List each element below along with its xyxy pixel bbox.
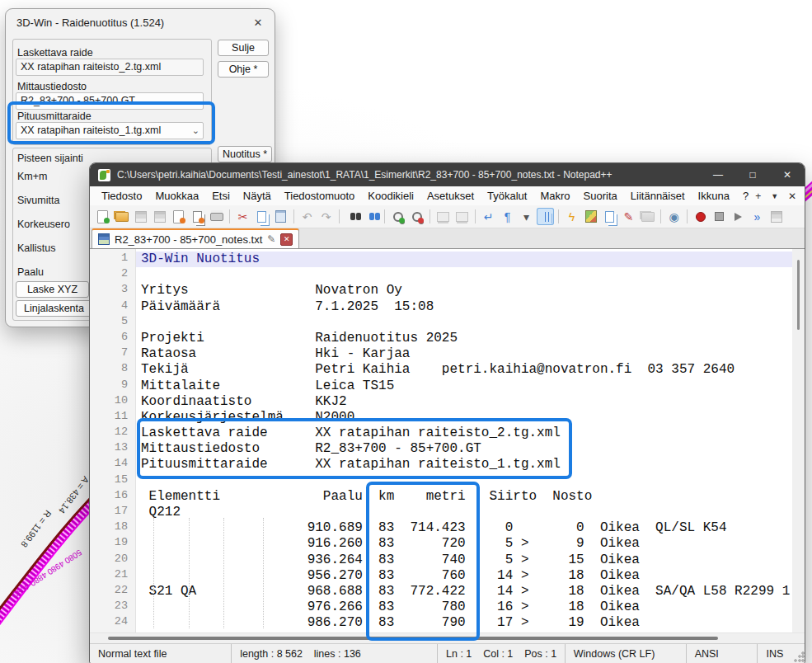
ohje-button[interactable]: Ohje * <box>218 61 269 78</box>
save-copy-icon[interactable] <box>151 208 168 225</box>
close-button[interactable]: ✕ <box>770 163 805 186</box>
save-icon[interactable] <box>132 208 149 225</box>
menu-etsi[interactable]: Etsi <box>205 186 237 205</box>
show-all-chars-icon[interactable]: ¶ <box>499 208 516 225</box>
status-insert-mode[interactable]: INS <box>757 644 793 663</box>
editor-text[interactable]: 3D-Win NuotitusYritys Novatron OyPäivämä… <box>136 249 792 632</box>
macro-run-multiple-icon[interactable]: » <box>749 208 766 225</box>
curve-label-r: R = 1199.8 <box>19 508 54 549</box>
linjalaskenta-button[interactable]: Linjalaskenta <box>16 300 92 317</box>
horizontal-scrollbar-thumb[interactable] <box>108 637 718 640</box>
print-icon[interactable] <box>208 208 225 225</box>
doc-list-icon[interactable] <box>601 208 618 225</box>
close-tab-icon[interactable]: ✕ <box>788 190 796 202</box>
resize-grip[interactable] <box>793 651 805 663</box>
mittaustiedosto-label: Mittaustiedosto <box>17 81 87 92</box>
editor-line-18[interactable]: 910.689 83 714.423 0 0 Oikea QL/SL K54 <box>141 520 792 536</box>
new-file-icon[interactable] <box>94 208 111 225</box>
folder-workspace-icon[interactable] <box>639 208 656 225</box>
maximize-button[interactable]: □ <box>735 163 770 186</box>
editor-line-4[interactable]: Päivämäärä 7.1.2025 15:08 <box>141 299 792 315</box>
editor-area[interactable]: 123456789101112131415161718192021222324 … <box>90 249 805 632</box>
editor-line-10[interactable]: Koordinaatisto KKJ2 <box>141 394 792 410</box>
menu--[interactable]: ? <box>736 186 755 205</box>
close-all-docs-icon[interactable] <box>189 208 206 225</box>
editor-line-21[interactable]: 956.270 83 760 14 > 18 Oikea <box>141 568 792 584</box>
function-edit-icon[interactable]: ✎ <box>620 208 637 225</box>
pin-icon[interactable]: ✎ <box>267 233 275 245</box>
redo-icon[interactable]: ↷ <box>317 208 335 225</box>
mittaustiedosto-combobox[interactable]: R2_83+700 - 85+700.GT ⌄ <box>16 92 204 110</box>
menu-ikkuna[interactable]: Ikkuna <box>692 186 736 205</box>
tab-r2-notes[interactable]: R2_83+700 - 85+700_notes.txt ✎ ✕ <box>92 228 299 248</box>
word-wrap-icon[interactable]: ↵ <box>480 208 497 225</box>
open-icon[interactable] <box>113 208 130 225</box>
sulje-button[interactable]: Sulje <box>218 40 269 56</box>
menu-liit-nn-iset[interactable]: Liitännäiset <box>624 186 692 205</box>
menu-koodikieli[interactable]: Koodikieli <box>361 186 420 205</box>
new-tab-icon[interactable]: + <box>755 190 761 202</box>
macro-stop-icon[interactable] <box>711 208 728 225</box>
tab-close-icon[interactable]: ✕ <box>280 233 293 246</box>
replace-icon[interactable] <box>363 208 380 225</box>
editor-line-19[interactable]: 916.260 83 720 5 > 9 Oikea <box>141 536 792 552</box>
menu-suorita[interactable]: Suorita <box>577 186 624 205</box>
editor-line-24[interactable]: 986.270 83 790 17 > 19 Oikea <box>141 615 792 631</box>
nuotitus-button[interactable]: Nuotitus * <box>218 146 272 162</box>
editor-line-23[interactable]: 976.266 83 780 16 > 18 Oikea <box>141 600 792 615</box>
editor-line-11[interactable]: Korkeusjärjestelmä N2000 <box>141 410 792 426</box>
copy-icon[interactable] <box>253 208 270 225</box>
status-encoding[interactable]: ANSI <box>686 644 758 663</box>
editor-line-7[interactable]: Rataosa Hki - Karjaa <box>141 346 792 362</box>
editor-line-16[interactable]: Elementti Paalu km metri Siirto Nosto <box>141 489 792 505</box>
dialog-close-icon[interactable]: ✕ <box>250 14 266 31</box>
menu-ty-kalut[interactable]: Työkalut <box>481 186 533 205</box>
zoom-in-icon[interactable] <box>389 208 406 225</box>
editor-line-14[interactable]: Pituusmittaraide XX ratapihan raiteisto_… <box>141 457 792 473</box>
macro-play-icon[interactable] <box>730 208 747 225</box>
vertical-scrollbar-thumb[interactable] <box>797 260 800 330</box>
editor-line-20[interactable]: 936.264 83 740 5 > 15 Oikea <box>141 552 792 568</box>
menu-makro[interactable]: Makro <box>533 186 576 205</box>
editor-line-1[interactable]: 3D-Win Nuotitus <box>136 252 792 267</box>
indent-guide-icon[interactable] <box>537 208 554 225</box>
cut-icon[interactable]: ✂ <box>234 208 251 225</box>
status-eol-format[interactable]: Windows (CR LF) <box>565 644 686 663</box>
editor-line-6[interactable]: Projekti Raidenuotitus 2025 <box>141 331 792 346</box>
macro-record-icon[interactable] <box>692 208 709 225</box>
find-icon[interactable] <box>344 208 361 225</box>
function-list-icon[interactable]: ϟ <box>563 208 580 225</box>
macro-save-icon[interactable] <box>767 208 785 225</box>
minimize-button[interactable]: — <box>701 163 735 186</box>
editor-line-17[interactable]: Q212 <box>141 505 792 520</box>
editor-line-5[interactable] <box>141 315 792 331</box>
menu-asetukset[interactable]: Asetukset <box>420 186 481 205</box>
pituusmittaraide-combobox[interactable]: XX ratapihan raiteisto_1.tg.xml ⌄ <box>16 122 204 139</box>
vertical-scrollbar[interactable] <box>792 249 805 632</box>
close-doc-icon[interactable] <box>170 208 187 225</box>
editor-line-12[interactable]: Laskettava raide XX ratapihan raiteisto_… <box>141 426 792 441</box>
menu-n-yt-[interactable]: Näytä <box>237 186 278 205</box>
title-bar[interactable]: C:\Users\petri.kaihia\Documents\Testi_ai… <box>90 163 805 186</box>
editor-line-9[interactable]: Mittalaite Leica TS15 <box>141 379 792 394</box>
doc-map-icon[interactable] <box>582 208 599 225</box>
editor-line-8[interactable]: Tekijä Petri Kaihia petri.kaihia@novatro… <box>141 362 792 378</box>
sync-scroll-h-icon[interactable] <box>453 208 471 225</box>
menu-muokkaa[interactable]: Muokkaa <box>148 186 205 205</box>
laske-xyz-button[interactable]: Laske XYZ <box>16 281 89 298</box>
paste-icon[interactable] <box>272 208 289 225</box>
editor-line-3[interactable]: Yritys Novatron Oy <box>141 283 792 299</box>
editor-line-15[interactable] <box>141 473 792 489</box>
menu-tiedostomuoto[interactable]: Tiedostomuoto <box>278 186 362 205</box>
show-chars-dropdown-icon[interactable]: ▾ <box>518 208 535 225</box>
editor-line-2[interactable] <box>141 267 792 283</box>
horizontal-scrollbar[interactable] <box>90 632 805 643</box>
view-eye-icon[interactable]: ◉ <box>665 208 683 225</box>
sync-scroll-v-icon[interactable] <box>434 208 452 225</box>
zoom-out-icon[interactable] <box>408 208 425 225</box>
editor-line-13[interactable]: Mittaustiedosto R2_83+700 - 85+700.GT <box>141 441 792 457</box>
tab-list-dropdown-icon[interactable]: ▼ <box>771 192 778 200</box>
editor-line-22[interactable]: S21 QA 968.688 83 772.422 14 > 18 Oikea … <box>141 584 792 600</box>
undo-icon[interactable]: ↶ <box>298 208 316 225</box>
menu-tiedosto[interactable]: Tiedosto <box>95 186 148 205</box>
